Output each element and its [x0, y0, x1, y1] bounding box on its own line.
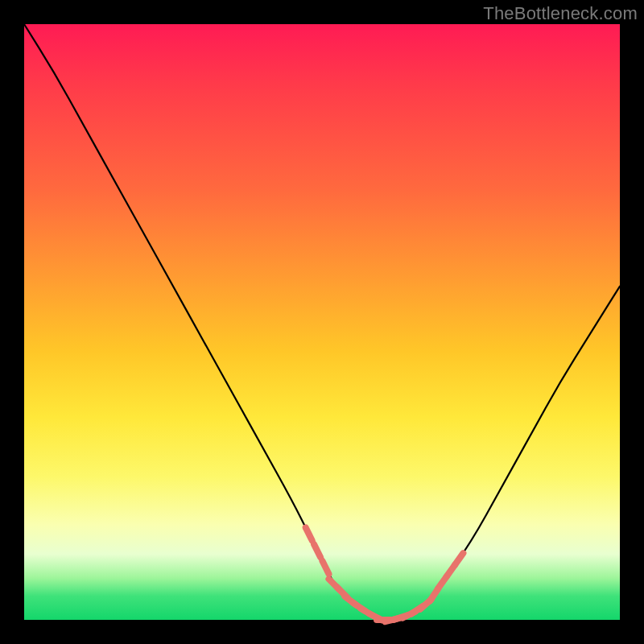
plot-area — [24, 24, 620, 620]
bottleneck-curve-svg — [24, 24, 620, 620]
bottleneck-curve-line — [24, 24, 620, 620]
highlight-tick — [314, 544, 320, 557]
highlight-tick — [455, 553, 463, 565]
highlight-markers — [306, 527, 464, 621]
highlight-tick — [306, 527, 312, 540]
chart-frame: TheBottleneck.com — [0, 0, 644, 644]
highlight-tick — [322, 561, 328, 574]
watermark-text: TheBottleneck.com — [483, 3, 638, 24]
